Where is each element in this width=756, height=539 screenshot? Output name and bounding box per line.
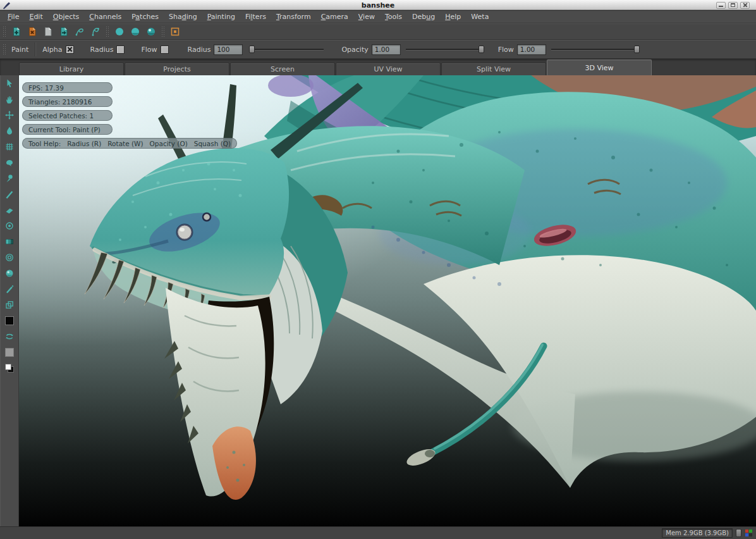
- color-channels-icon[interactable]: [745, 529, 753, 537]
- swatch-default-icon: [4, 363, 15, 373]
- flow-checkbox[interactable]: [161, 46, 169, 54]
- menu-camera[interactable]: Camera: [316, 11, 353, 23]
- tab-library[interactable]: Library: [19, 63, 124, 75]
- alpha-checkbox[interactable]: [66, 46, 74, 54]
- close-project-button[interactable]: [24, 25, 40, 39]
- tool-sphere-paint[interactable]: [3, 267, 16, 280]
- tab-screen[interactable]: Screen: [230, 63, 335, 75]
- menu-debug[interactable]: Debug: [407, 11, 440, 23]
- flow-slider[interactable]: [551, 45, 640, 54]
- menu-edit[interactable]: Edit: [24, 11, 47, 23]
- toolbar-grip[interactable]: [3, 44, 6, 55]
- radius-slider[interactable]: [249, 45, 324, 54]
- shading-flat-button[interactable]: [111, 25, 127, 39]
- menu-weta[interactable]: Weta: [466, 11, 494, 23]
- view-tab-bar: LibraryProjectsScreenUV ViewSplit View3D…: [0, 59, 756, 75]
- status-bar: Mem 2.9GB (3.9GB): [0, 526, 756, 539]
- title-bar: banshee: [0, 0, 756, 10]
- tab-3d-view[interactable]: 3D View: [547, 59, 652, 75]
- flow-slider-handle[interactable]: [634, 46, 640, 53]
- maximize-button[interactable]: [728, 2, 738, 9]
- minimize-button[interactable]: [716, 2, 726, 9]
- tool-pan[interactable]: [3, 93, 16, 106]
- new-project-button[interactable]: [8, 25, 24, 39]
- tool-smear[interactable]: [3, 156, 16, 169]
- import-project-button[interactable]: [56, 25, 71, 39]
- memory-indicator: Mem 2.9GB (3.9GB): [662, 528, 733, 538]
- maximize-icon: [731, 3, 735, 7]
- sphere-flat-icon: [114, 27, 125, 37]
- swatch-black-icon: [4, 316, 15, 326]
- tool-clone-stamp[interactable]: [3, 299, 16, 311]
- radius-field[interactable]: 100: [214, 44, 243, 55]
- smear-icon: [4, 158, 15, 168]
- tool-pen[interactable]: [3, 283, 16, 295]
- close-button[interactable]: [740, 2, 750, 9]
- tool-swap-colors[interactable]: [3, 330, 16, 343]
- tool-foreground-color[interactable]: [3, 314, 16, 327]
- ortho-frame-icon: [170, 27, 180, 37]
- doc-import-icon: [59, 27, 69, 37]
- menu-shading[interactable]: Shading: [164, 11, 202, 23]
- radius-checkbox[interactable]: [116, 46, 125, 54]
- status-handle[interactable]: [736, 529, 741, 537]
- doc-save-icon: [43, 27, 53, 37]
- tool-palette: [0, 75, 19, 526]
- flow-toggle-label: Flow: [141, 46, 157, 54]
- toolbar-grip[interactable]: [106, 26, 109, 37]
- shading-specular-button[interactable]: [143, 25, 159, 39]
- projection-mode-button[interactable]: [167, 25, 183, 39]
- pan-hand-icon: [4, 94, 15, 104]
- tab-uv-view[interactable]: UV View: [336, 63, 441, 75]
- tool-paint[interactable]: [3, 188, 16, 201]
- opacity-field[interactable]: 1.00: [372, 44, 401, 55]
- window-title: banshee: [0, 1, 756, 10]
- path-tool-button[interactable]: [71, 25, 87, 39]
- radius-slider-handle[interactable]: [249, 46, 255, 53]
- hud-selected-patches: Selected Patches: 1: [22, 110, 113, 121]
- flow-slider-label: Flow: [498, 46, 514, 54]
- paint-toolbar: Paint Alpha Radius Flow Radius 100 Opaci…: [0, 40, 756, 59]
- tab-projects[interactable]: Projects: [125, 63, 229, 75]
- tool-eraser[interactable]: [3, 204, 16, 216]
- menu-filters[interactable]: Filters: [240, 11, 271, 23]
- menu-patches[interactable]: Patches: [126, 11, 164, 23]
- tab-split-view[interactable]: Split View: [441, 63, 546, 75]
- menu-painting[interactable]: Painting: [202, 11, 240, 23]
- menu-objects[interactable]: Objects: [48, 11, 85, 23]
- tool-warp-grid[interactable]: [3, 140, 16, 153]
- tool-dodge[interactable]: [3, 220, 16, 232]
- tool-liquify[interactable]: [3, 125, 16, 137]
- toolbar-grip[interactable]: [161, 26, 164, 37]
- menu-view[interactable]: View: [353, 11, 380, 23]
- tool-transform[interactable]: [3, 109, 16, 121]
- shading-shaded-button[interactable]: [127, 25, 143, 39]
- menu-channels[interactable]: Channels: [84, 11, 126, 23]
- toolbar-grip[interactable]: [3, 26, 6, 37]
- spline-tool-button[interactable]: [87, 25, 103, 39]
- menu-file[interactable]: File: [3, 11, 24, 23]
- pen-line-icon: [4, 284, 15, 294]
- select-arrow-icon: [4, 78, 15, 89]
- clone-icon: [4, 300, 15, 310]
- pin-icon: [4, 173, 15, 183]
- sphere-shaded-icon: [130, 27, 140, 37]
- save-project-button[interactable]: [40, 25, 56, 39]
- tool-select[interactable]: [3, 77, 16, 90]
- opacity-slider-handle[interactable]: [479, 46, 484, 53]
- dodge-icon: [4, 221, 15, 231]
- menu-help[interactable]: Help: [440, 11, 466, 23]
- radius-toggle-label: Radius: [90, 46, 114, 54]
- opacity-slider[interactable]: [406, 45, 484, 54]
- tool-pin[interactable]: [3, 172, 16, 185]
- main-area: FPS: 17.39 Triangles: 2180916 Selected P…: [0, 75, 756, 526]
- menu-transform[interactable]: Transform: [271, 11, 316, 23]
- tool-gradient[interactable]: [3, 235, 16, 248]
- paint-line-icon: [4, 189, 15, 199]
- flow-field[interactable]: 1.00: [517, 44, 546, 55]
- tool-reset-colors[interactable]: [3, 362, 16, 375]
- tool-blur[interactable]: [3, 251, 16, 264]
- viewport-3d[interactable]: FPS: 17.39 Triangles: 2180916 Selected P…: [19, 75, 756, 526]
- tool-background-color[interactable]: [3, 346, 16, 359]
- menu-tools[interactable]: Tools: [380, 11, 407, 23]
